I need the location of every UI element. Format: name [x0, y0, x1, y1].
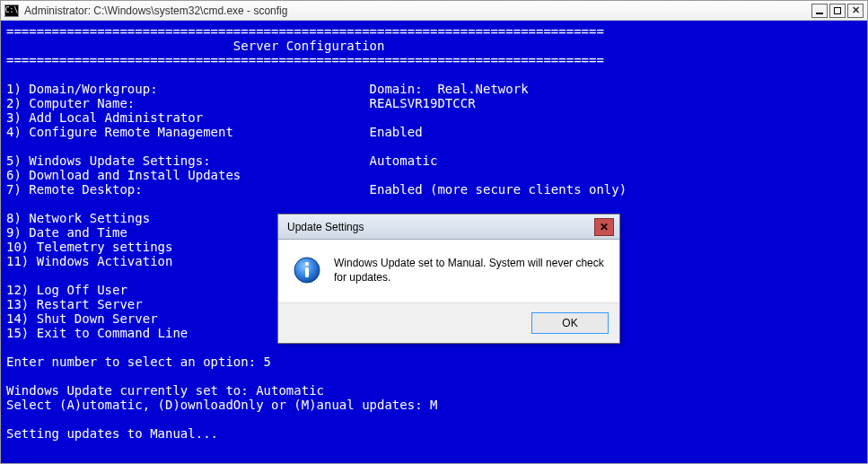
update-settings-dialog: Update Settings ✕ Windows Update set to … — [277, 214, 620, 344]
menu-row: 4) Configure Remote Management Enabled — [6, 125, 423, 139]
status-line: Setting updates to Manual... — [6, 426, 218, 441]
rule-line: ========================================… — [6, 24, 604, 39]
window-controls: ✕ — [811, 4, 864, 18]
ok-button[interactable]: OK — [531, 312, 609, 334]
menu-row: 6) Download and Install Updates — [6, 168, 370, 182]
menu-row: 1) Domain/Workgroup: Domain: Real.Networ… — [6, 82, 529, 96]
dialog-footer: OK — [278, 303, 619, 343]
dialog-message: Windows Update set to Manual. System wil… — [334, 256, 605, 285]
info-icon — [293, 256, 321, 285]
window-titlebar[interactable]: C:\ Administrator: C:\Windows\system32\c… — [1, 1, 867, 21]
menu-row: 5) Windows Update Settings: Automatic — [6, 153, 437, 168]
svg-point-1 — [305, 262, 309, 266]
minimize-icon — [816, 13, 823, 14]
rule-line: ========================================… — [6, 53, 604, 67]
minimize-button[interactable] — [811, 4, 828, 18]
close-icon: ✕ — [852, 5, 860, 15]
cmd-app-icon: C:\ — [4, 4, 19, 17]
dialog-body: Windows Update set to Manual. System wil… — [278, 240, 619, 303]
window-title: Administrator: C:\Windows\system32\cmd.e… — [24, 4, 811, 17]
mode-prompt-label: Select (A)utomatic, (D)ownloadOnly or (M… — [6, 398, 430, 412]
prompt-label: Enter number to select an option: — [6, 355, 264, 369]
dialog-titlebar[interactable]: Update Settings ✕ — [278, 214, 619, 240]
menu-row: 7) Remote Desktop: Enabled (more secure … — [6, 182, 627, 197]
close-icon: ✕ — [600, 221, 609, 233]
dialog-close-button[interactable]: ✕ — [594, 218, 614, 236]
status-line: Windows Update currently set to: Automat… — [6, 383, 324, 398]
close-button[interactable]: ✕ — [847, 4, 864, 18]
header-line: Server Configuration — [6, 39, 384, 53]
menu-row: 2) Computer Name: REALSVR19DTCCR — [6, 96, 476, 110]
maximize-button[interactable] — [829, 4, 846, 18]
prompt-input: 5 — [264, 355, 271, 369]
maximize-icon — [834, 7, 841, 14]
dialog-title: Update Settings — [287, 221, 594, 233]
svg-rect-2 — [305, 267, 309, 277]
menu-row: 3) Add Local Administrator — [6, 110, 370, 125]
mode-prompt-input: M — [430, 398, 437, 412]
